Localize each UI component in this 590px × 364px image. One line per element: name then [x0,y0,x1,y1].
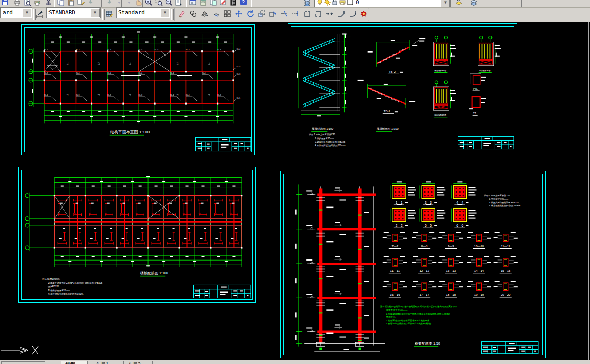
help-icon[interactable]: ? [239,0,248,6]
svg-text:17—17: 17—17 [419,293,429,296]
svg-text:3.柱纵向受力钢筋采用 HRB335: 3.柱纵向受力钢筋采用 HRB335 [489,201,519,204]
extend-icon[interactable] [291,10,300,18]
drawing-canvas[interactable]: KL-1KL-2KL-3KL-5KL-4KL-3KL-4KL-2KL-4KL-4… [0,22,590,360]
tab-layout2[interactable]: 布局2 [123,361,153,364]
save-icon[interactable] [1,0,9,6]
svg-text:楼梯结构图 1:100: 楼梯结构图 1:100 [312,127,333,131]
plot-state-icon[interactable] [338,0,347,6]
redo-icon[interactable] [105,0,113,6]
mirror-icon[interactable] [201,10,209,18]
svg-text:梯段板配筋图: 梯段板配筋图 [434,69,446,72]
svg-text:KL-5: KL-5 [237,66,240,68]
svg-text:15—15: 15—15 [501,269,511,272]
svg-text:结构平面布置图 1:100: 结构平面布置图 1:100 [110,130,150,134]
svg-text:框架配筋图 1:50: 框架配筋图 1:50 [415,342,440,346]
stretch-icon[interactable] [269,10,277,18]
properties-icon[interactable] [175,0,183,6]
trim-icon[interactable] [280,10,288,18]
move-icon[interactable] [235,10,243,18]
svg-text:L-2: L-2 [177,94,179,97]
table-style-icon[interactable] [105,10,113,18]
svg-text:11—11: 11—11 [390,269,400,272]
dim-style-icon[interactable] [36,10,44,18]
toolbar-separator [185,0,187,8]
svg-text:KL-4: KL-4 [202,72,205,74]
zoom-realtime-icon[interactable] [144,0,153,6]
layer-properties-icon[interactable] [303,0,311,6]
chevron-down-icon[interactable]: ▼ [23,8,31,17]
paste-icon[interactable] [67,0,75,6]
text-style-dropdown[interactable]: ard ▼ [0,7,32,18]
chevron-down-icon[interactable]: ▼ [441,0,450,7]
rotate-icon[interactable] [246,10,254,18]
svg-text:L-1: L-1 [67,94,69,97]
cut-icon[interactable] [44,0,53,6]
break-icon[interactable] [314,10,322,18]
svg-text:3.板保护层厚度20mm。: 3.板保护层厚度20mm。 [48,289,72,292]
match-properties-icon[interactable] [77,0,85,6]
dim-style-dropdown[interactable]: STANDARD ▼ [46,7,101,18]
svg-text:楼板配筋图 1:100: 楼板配筋图 1:100 [140,271,168,275]
tab-model[interactable]: 模型 [61,361,88,364]
undo-icon[interactable] [87,0,95,6]
svg-text:12—12: 12—12 [419,269,429,272]
svg-text:KL-4: KL-4 [107,72,111,74]
zoom-window-icon[interactable] [155,0,163,6]
fillet-icon[interactable] [349,10,357,18]
down-arrow-2-icon[interactable] [125,0,133,6]
tool-palettes-icon[interactable] [199,0,207,6]
svg-text:KL-1: KL-1 [44,49,48,51]
svg-text:8—8: 8—8 [421,245,428,248]
slab-plan-drawing: 楼板配筋图 1:100注: 1.板厚100mm。2.混凝土强度等级C30,fc=… [22,170,252,299]
svg-text:L-1: L-1 [208,62,210,65]
zoom-previous-icon[interactable] [165,0,173,6]
tab-layout1[interactable]: 布局1 [91,361,120,364]
markup-icon[interactable] [219,0,227,6]
explode-icon[interactable] [360,10,368,18]
print-preview-icon[interactable] [23,0,31,6]
sun-icon[interactable] [323,0,331,6]
color-swatch-icon[interactable] [346,0,354,6]
layer-dropdown[interactable]: 0▼ [314,0,451,8]
design-center-icon[interactable] [189,0,197,6]
bulb-icon[interactable] [316,0,324,6]
print-icon[interactable] [13,0,21,6]
chamfer-icon[interactable] [337,10,345,18]
stair-details-drawing: TB-2TB-1梯段板配筋图平台板配筋图梯段板配筋图PTLTZ楼梯结构图 1:1… [291,27,514,150]
sheet-slab-plan: 楼板配筋图 1:100注: 1.板厚100mm。2.混凝土强度等级C30,fc=… [18,167,256,303]
plot-icon[interactable] [33,0,41,6]
svg-text:4—4: 4—4 [456,201,463,204]
svg-text:14—14: 14—14 [474,269,484,272]
layer-previous-icon[interactable] [470,0,478,6]
offset-icon[interactable] [212,10,220,18]
calculator-icon[interactable] [229,0,237,6]
svg-text:KL-5: KL-5 [139,49,142,51]
array-icon[interactable] [223,10,231,18]
svg-text:6—6: 6—6 [456,224,463,227]
copy-object-icon[interactable] [189,10,198,18]
make-object-layer-current-icon[interactable] [455,0,463,6]
scale-icon[interactable] [258,10,266,18]
pan-icon[interactable] [134,0,142,6]
copy-icon[interactable] [57,0,65,6]
erase-icon[interactable] [178,10,186,18]
svg-text:10—10: 10—10 [474,245,484,248]
break-at-point-icon[interactable] [303,10,311,18]
svg-text:9—9: 9—9 [448,245,454,248]
svg-text:3.梁纵向受力钢筋采用HRB335: 3.梁纵向受力钢筋采用HRB335 [315,140,346,143]
svg-text:1—1: 1—1 [396,201,403,204]
svg-text:7—7: 7—7 [392,245,399,248]
svg-text:KL-3: KL-3 [217,94,221,96]
svg-text:L-2: L-2 [98,62,100,65]
tab-nav-buttons[interactable] [1,361,45,364]
svg-text:L-2: L-2 [98,94,100,97]
svg-text:TZ: TZ [473,112,476,115]
table-style-dropdown[interactable]: Standard ▼ [116,7,170,18]
lock-icon[interactable] [331,0,339,6]
sheet-set-manager-icon[interactable] [209,0,217,6]
chevron-down-icon[interactable]: ▼ [161,8,169,17]
sheet-frame-details: 1—13—34—42—25—56—6说明:1.混凝土强度等级C30。2.平均保护… [280,171,546,358]
join-icon[interactable] [326,10,334,18]
chevron-down-icon[interactable]: ▼ [91,8,100,17]
toolbar-separator [101,0,103,8]
